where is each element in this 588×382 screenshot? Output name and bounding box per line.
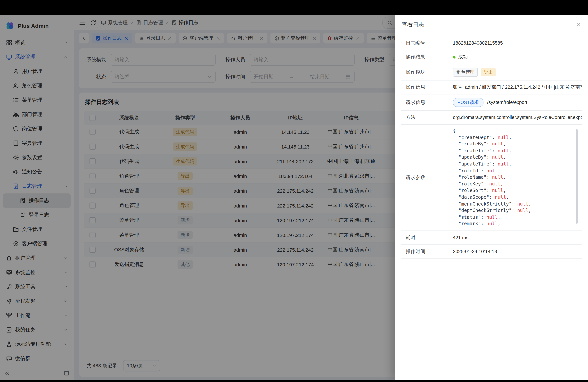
json-code: { "createDept": null, "createBy": null, … (453, 128, 573, 227)
detail-label: 日志编号 (401, 36, 448, 50)
status-text: 成功 (458, 54, 468, 60)
screen: Plus Admin 概览系统管理用户管理角色管理菜单管理部门管理岗位管理字典管… (0, 0, 588, 382)
detail-row: 方法org.dromara.system.controller.system.S… (401, 111, 582, 125)
detail-label: 操作模块 (401, 64, 448, 80)
detail-text: 2025-01-24 10:14:13 (453, 249, 497, 254)
module-tag: 角色管理 (453, 68, 478, 77)
detail-label: 请求信息 (401, 94, 448, 110)
detail-row: 操作信息账号: admin / 研发部门 / 222.175.114.242 /… (401, 81, 582, 95)
detail-value: 账号: admin / 研发部门 / 222.175.114.242 / 中国|… (448, 81, 582, 94)
detail-label: 操作信息 (401, 81, 448, 94)
detail-label: 方法 (401, 111, 448, 124)
detail-row: 日志编号1882612840802115585 (401, 36, 582, 50)
http-method-badge: POST请求 (453, 98, 483, 107)
log-detail-table: 日志编号1882612840802115585操作结果成功操作模块角色管理导出操… (401, 36, 582, 259)
request-url: /system/role/export (487, 100, 527, 105)
drawer-header: 查看日志 (395, 15, 588, 33)
detail-value: { "createDept": null, "createBy": null, … (448, 125, 582, 230)
module-tag: 导出 (481, 68, 496, 76)
detail-value: 2025-01-24 10:14:13 (448, 245, 582, 258)
detail-row: 操作结果成功 (401, 50, 582, 64)
detail-value: 角色管理导出 (448, 64, 582, 80)
detail-value: 421 ms (448, 231, 582, 244)
detail-row: 操作模块角色管理导出 (401, 64, 582, 80)
log-detail-drawer: 查看日志 日志编号1882612840802115585操作结果成功操作模块角色… (395, 15, 588, 380)
drawer-title: 查看日志 (401, 21, 424, 28)
detail-value: 成功 (448, 50, 582, 64)
request-params-code: { "createDept": null, "createBy": null, … (453, 128, 578, 227)
scrollbar-thumb[interactable] (576, 129, 578, 224)
close-icon[interactable] (576, 22, 581, 28)
detail-text: 1882612840802115585 (453, 40, 503, 45)
detail-label: 请求参数 (401, 125, 448, 230)
detail-value: 1882612840802115585 (448, 36, 582, 50)
detail-text: org.dromara.system.controller.system.Sys… (453, 115, 582, 120)
detail-label: 耗时 (401, 231, 448, 244)
detail-text: 账号: admin / 研发部门 / 222.175.114.242 / 中国|… (453, 84, 582, 90)
detail-value: POST请求/system/role/export (448, 94, 582, 110)
detail-row: 操作时间2025-01-24 10:14:13 (401, 245, 582, 258)
detail-value: org.dromara.system.controller.system.Sys… (448, 111, 582, 124)
detail-text: 421 ms (453, 235, 469, 240)
detail-label: 操作时间 (401, 245, 448, 258)
detail-row: 耗时421 ms (401, 231, 582, 245)
status-dot-icon (453, 56, 456, 58)
app-window: Plus Admin 概览系统管理用户管理角色管理菜单管理部门管理岗位管理字典管… (0, 15, 588, 380)
detail-row: 请求信息POST请求/system/role/export (401, 94, 582, 111)
detail-row: 请求参数{ "createDept": null, "createBy": nu… (401, 125, 582, 231)
detail-label: 操作结果 (401, 50, 448, 64)
